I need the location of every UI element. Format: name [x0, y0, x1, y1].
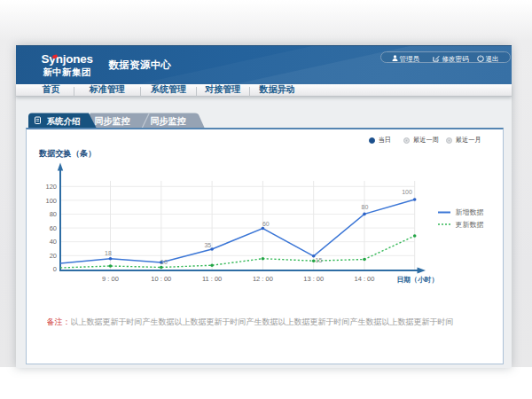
svg-text:14 : 00: 14 : 00	[354, 274, 374, 282]
svg-text:80: 80	[361, 203, 368, 209]
svg-text:系统介绍: 系统介绍	[46, 116, 81, 126]
svg-text:40: 40	[49, 238, 56, 246]
svg-text:120: 120	[45, 183, 57, 191]
svg-text:15: 15	[315, 256, 322, 262]
svg-text:35: 35	[204, 241, 211, 247]
svg-text:100: 100	[45, 196, 57, 204]
svg-text:60: 60	[262, 221, 269, 227]
svg-text:100: 100	[402, 188, 412, 194]
svg-text:18: 18	[105, 250, 112, 256]
svg-text:同步监控: 同步监控	[150, 116, 186, 127]
svg-text:同步监控: 同步监控	[94, 116, 130, 127]
svg-text:10 : 00: 10 : 00	[151, 274, 171, 282]
svg-text:12 : 00: 12 : 00	[252, 274, 272, 282]
svg-text:9 : 00: 9 : 00	[102, 274, 119, 282]
svg-text:80: 80	[49, 210, 56, 218]
svg-text:更新数据: 更新数据	[455, 220, 483, 228]
svg-text:60: 60	[49, 223, 56, 231]
svg-text:新增数据: 新增数据	[455, 208, 483, 216]
svg-text:13 : 00: 13 : 00	[303, 274, 324, 282]
svg-text:0: 0	[52, 265, 56, 273]
svg-text:11 : 00: 11 : 00	[201, 274, 221, 282]
svg-text:日期（小时）: 日期（小时）	[396, 275, 438, 283]
svg-text:20: 20	[49, 252, 56, 260]
svg-text:10: 10	[160, 258, 168, 264]
svg-text:数据交换（条）: 数据交换（条）	[38, 149, 96, 158]
